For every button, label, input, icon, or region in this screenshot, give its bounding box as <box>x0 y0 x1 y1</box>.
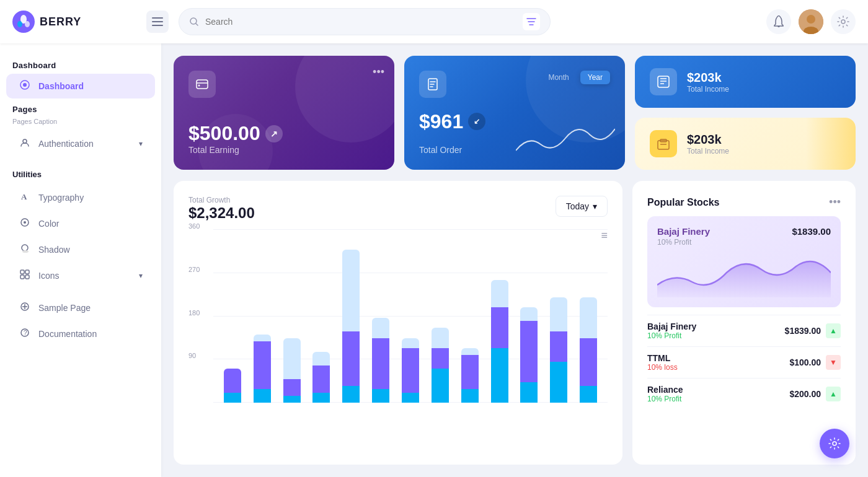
growth-chart-card: Total Growth $2,324.00 Today ▾ ≡ 360 2 <box>174 181 622 465</box>
sparkline-svg <box>657 254 831 297</box>
sidebar-item-color[interactable]: Color <box>6 211 155 236</box>
sidebar-item-shadow[interactable]: Shadow <box>6 237 155 262</box>
search-input[interactable] <box>205 17 516 27</box>
stock-list-item: Bajaj Finery 10% Profit $1839.00 ▲ <box>647 315 841 346</box>
total-earning-card: ••• $500.00 ↗ Total Earning <box>174 56 394 170</box>
order-amount: $961 ↙ <box>419 110 485 133</box>
sidebar-typography-label: Typography <box>38 193 84 203</box>
right-cards: $203k Total Income $203k Total <box>635 56 856 170</box>
stock-name: Reliance <box>647 385 683 395</box>
svg-point-21 <box>24 221 26 224</box>
sidebar-item-typography[interactable]: A Typography <box>6 185 155 210</box>
sidebar-documentation-label: Documentation <box>38 329 97 339</box>
stock-list-item: TTML 10% loss $100.00 ▼ <box>647 346 841 378</box>
svg-point-18 <box>23 139 27 143</box>
color-icon <box>19 217 31 230</box>
dashboard-section-title: Dashboard <box>0 56 161 72</box>
bar-group <box>516 229 542 403</box>
top-cards: ••• $500.00 ↗ Total Earning <box>174 56 856 170</box>
income-blue-label: Total Income <box>687 85 729 94</box>
bar-group <box>427 229 453 403</box>
stock-profit: 10% Profit <box>647 331 696 340</box>
growth-header: Total Growth $2,324.00 Today ▾ <box>188 196 608 222</box>
total-order-card: Month Year $961 ↙ Total Order <box>404 56 625 170</box>
stocks-menu-icon[interactable]: ••• <box>829 196 841 209</box>
svg-point-15 <box>841 20 845 24</box>
order-tab-month[interactable]: Month <box>541 71 576 84</box>
bar-group <box>219 229 246 403</box>
svg-rect-25 <box>25 270 29 274</box>
growth-title: Total Growth <box>188 196 255 204</box>
notification-button[interactable] <box>766 9 791 34</box>
order-tabs: Month Year <box>541 71 610 84</box>
stock-change-badge: ▲ <box>826 323 841 338</box>
bar-group <box>487 229 513 403</box>
svg-line-8 <box>196 24 198 25</box>
authentication-icon <box>19 138 31 150</box>
order-tab-year[interactable]: Year <box>580 71 610 84</box>
stock-change-badge: ▼ <box>826 355 841 370</box>
svg-point-17 <box>23 83 27 87</box>
stock-list-item: Reliance 10% Profit $200.00 ▲ <box>647 378 841 409</box>
documentation-icon: ? <box>19 328 31 340</box>
stock-name: TTML <box>647 353 678 363</box>
bar-group <box>546 229 572 403</box>
svg-rect-33 <box>197 80 208 89</box>
stock-price: $200.00 <box>789 389 821 399</box>
earning-amount: $500.00 ↗ <box>188 122 379 145</box>
earning-card-menu[interactable]: ••• <box>373 66 384 79</box>
fab-settings-button[interactable] <box>820 429 849 458</box>
svg-point-22 <box>22 245 28 251</box>
stocks-header: Popular Stocks ••• <box>647 196 841 209</box>
income-blue-card: $203k Total Income <box>635 56 856 108</box>
growth-amount: $2,324.00 <box>188 204 255 222</box>
income-yellow-label: Total Income <box>687 147 729 155</box>
sidebar-item-documentation[interactable]: ? Documentation <box>6 322 155 346</box>
svg-point-2 <box>17 21 22 27</box>
navbar: BERRY <box>0 0 868 43</box>
search-icon <box>189 17 199 27</box>
stocks-title: Popular Stocks <box>647 197 719 208</box>
svg-rect-27 <box>25 275 29 279</box>
icons-chevron-icon: ▾ <box>139 271 143 280</box>
sidebar-dashboard-label: Dashboard <box>38 81 84 91</box>
sidebar-item-sample-page[interactable]: Sample Page <box>6 295 155 320</box>
menu-button[interactable] <box>146 11 169 33</box>
svg-text:A: A <box>21 192 27 201</box>
income-yellow-amount: $203k <box>687 133 729 147</box>
today-chevron-icon: ▾ <box>593 201 597 211</box>
sidebar-item-authentication[interactable]: Authentication ▾ <box>6 131 155 156</box>
svg-rect-5 <box>152 21 163 22</box>
main-layout: Dashboard Dashboard Pages Pages Caption … <box>0 43 868 477</box>
svg-point-23 <box>22 250 29 253</box>
svg-rect-24 <box>20 270 24 274</box>
avatar[interactable] <box>799 9 823 34</box>
bar-group <box>397 229 423 403</box>
sidebar-item-dashboard[interactable]: Dashboard <box>6 74 155 98</box>
bottom-row: Total Growth $2,324.00 Today ▾ ≡ 360 2 <box>174 181 856 465</box>
bar-group <box>279 229 305 403</box>
svg-text:?: ? <box>24 330 27 336</box>
today-button[interactable]: Today ▾ <box>556 196 608 217</box>
income-blue-info: $203k Total Income <box>687 71 729 94</box>
sidebar-icons-label: Icons <box>38 271 59 281</box>
earning-arrow-icon: ↗ <box>265 125 283 142</box>
logo-icon <box>12 11 35 33</box>
stock-list: Bajaj Finery 10% Profit $1839.00 ▲ TTML … <box>647 315 841 409</box>
logo-area: BERRY <box>12 11 136 33</box>
income-yellow-card: $203k Total Income <box>635 118 856 170</box>
settings-button[interactable] <box>831 9 856 34</box>
stocks-card: Popular Stocks ••• Bajaj Finery 10% Prof… <box>632 181 856 465</box>
sidebar-item-icons[interactable]: Icons ▾ <box>6 263 155 288</box>
pages-section-title: Pages <box>0 100 161 116</box>
sidebar-color-label: Color <box>38 219 59 229</box>
stock-price: $1839.00 <box>785 326 821 336</box>
svg-point-3 <box>25 21 30 27</box>
pages-caption: Pages Caption <box>0 116 161 130</box>
search-filter-button[interactable] <box>523 13 540 30</box>
bar-group <box>368 229 394 403</box>
stock-profit: 10% Profit <box>647 395 683 403</box>
app-name: BERRY <box>40 15 81 28</box>
featured-stock-card: Bajaj Finery 10% Profit $1839.00 <box>647 216 841 307</box>
stock-name-info: TTML 10% loss <box>647 353 678 372</box>
